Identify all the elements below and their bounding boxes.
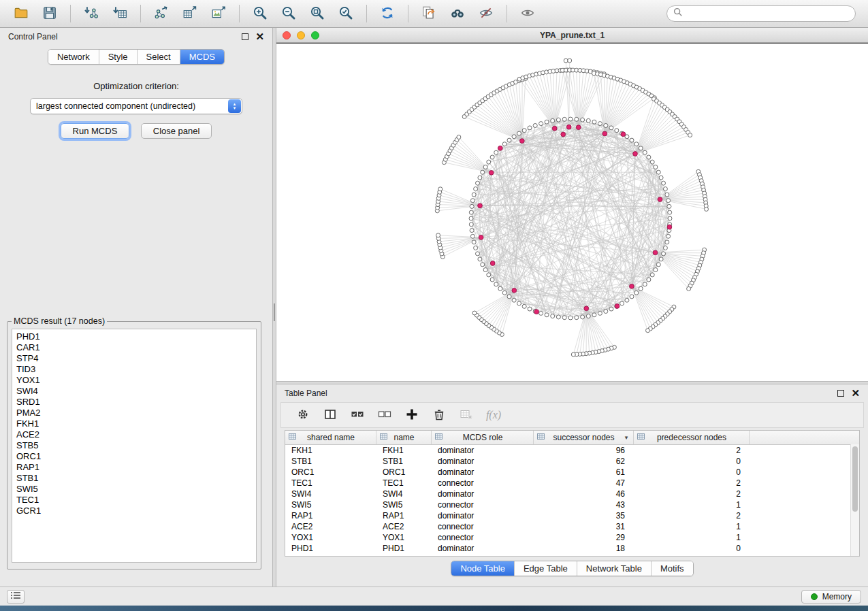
cell-shared-name[interactable]: FKH1 — [285, 446, 376, 455]
float-table-panel-button[interactable] — [837, 390, 844, 397]
import-network-button[interactable] — [80, 3, 102, 24]
table-row[interactable]: RAP1 RAP1 dominator 35 2 — [285, 510, 859, 521]
table-row[interactable]: TEC1 TEC1 connector 47 2 — [285, 478, 859, 489]
table-row[interactable]: FKH1 FKH1 dominator 96 2 — [285, 445, 859, 456]
float-control-panel-button[interactable] — [242, 33, 248, 40]
refresh-view-button[interactable] — [376, 3, 398, 24]
network-graph[interactable] — [276, 44, 868, 381]
window-minimize-button[interactable] — [297, 31, 305, 39]
mcds-result-item[interactable]: STB5 — [12, 440, 256, 451]
mcds-result-item[interactable]: TEC1 — [12, 495, 256, 506]
mcds-result-item[interactable]: STB1 — [12, 473, 256, 484]
select-all-button[interactable] — [349, 407, 366, 423]
mcds-result-item[interactable]: YOX1 — [12, 375, 256, 386]
hide-graphics-button[interactable] — [475, 3, 497, 24]
cell-successor-nodes[interactable]: 47 — [534, 478, 634, 488]
show-graphics-button[interactable] — [517, 3, 539, 24]
cell-name[interactable]: FKH1 — [376, 446, 432, 455]
control-panel-tab[interactable]: MCDS — [180, 50, 224, 64]
table-column-header[interactable]: successor nodes ▾ — [534, 431, 634, 444]
cell-shared-name[interactable]: ACE2 — [285, 522, 376, 531]
cell-predecessor-nodes[interactable]: 1 — [634, 533, 750, 542]
table-row[interactable]: SWI5 SWI5 connector 43 1 — [285, 499, 859, 510]
cell-name[interactable]: STB1 — [376, 457, 432, 466]
close-mcds-panel-button[interactable]: Close panel — [141, 123, 212, 139]
zoom-in-button[interactable] — [249, 3, 271, 24]
table-type-tab[interactable]: Network Table — [577, 561, 652, 576]
cell-mcds-role[interactable]: dominator — [432, 467, 534, 477]
table-scrollbar[interactable] — [850, 444, 859, 556]
cell-mcds-role[interactable]: dominator — [432, 511, 534, 521]
scrollbar-thumb[interactable] — [852, 446, 858, 512]
mcds-result-item[interactable]: PHD1 — [12, 331, 256, 342]
cell-mcds-role[interactable]: connector — [432, 500, 534, 510]
cell-mcds-role[interactable]: dominator — [432, 544, 534, 553]
cell-mcds-role[interactable]: dominator — [432, 446, 534, 455]
save-session-button[interactable] — [39, 3, 61, 24]
cell-predecessor-nodes[interactable]: 2 — [634, 489, 750, 499]
zoom-out-button[interactable] — [278, 3, 300, 24]
cell-shared-name[interactable]: SWI4 — [285, 489, 376, 499]
cell-name[interactable]: YOX1 — [376, 533, 432, 542]
table-type-tab[interactable]: Motifs — [652, 561, 693, 576]
cell-successor-nodes[interactable]: 43 — [534, 500, 634, 510]
cell-mcds-role[interactable]: connector — [432, 533, 534, 542]
memory-button[interactable]: Memory — [801, 590, 861, 604]
mcds-result-item[interactable]: ORC1 — [12, 451, 256, 462]
cell-predecessor-nodes[interactable]: 1 — [634, 500, 750, 510]
import-table-button[interactable] — [109, 3, 131, 24]
cell-successor-nodes[interactable]: 31 — [534, 522, 634, 531]
control-panel-tab[interactable]: Select — [138, 50, 180, 64]
cell-name[interactable]: RAP1 — [376, 511, 432, 521]
cell-name[interactable]: SWI4 — [376, 489, 432, 499]
cell-predecessor-nodes[interactable]: 2 — [634, 446, 750, 455]
search-input[interactable] — [686, 8, 849, 19]
close-control-panel-button[interactable]: ✕ — [255, 33, 264, 41]
export-table-button[interactable] — [179, 3, 201, 24]
cell-predecessor-nodes[interactable]: 0 — [634, 544, 750, 553]
network-canvas[interactable] — [276, 43, 868, 381]
table-type-tab[interactable]: Edge Table — [515, 561, 577, 576]
export-network-button[interactable] — [150, 3, 172, 24]
cell-name[interactable]: ACE2 — [376, 522, 432, 531]
find-button[interactable] — [447, 3, 468, 24]
control-panel-tab[interactable]: Style — [99, 50, 138, 64]
table-settings-button[interactable] — [295, 407, 311, 423]
open-session-button[interactable] — [10, 3, 32, 24]
cell-successor-nodes[interactable]: 46 — [534, 489, 634, 499]
table-column-header[interactable]: predecessor nodes — [634, 431, 750, 444]
zoom-selected-button[interactable] — [335, 3, 357, 24]
table-row[interactable]: ACE2 ACE2 connector 31 1 — [285, 521, 859, 532]
cell-name[interactable]: ORC1 — [376, 467, 432, 477]
mcds-result-item[interactable]: TID3 — [12, 364, 256, 375]
cell-shared-name[interactable]: YOX1 — [285, 533, 376, 542]
cell-successor-nodes[interactable]: 35 — [534, 511, 634, 521]
export-image-button[interactable] — [208, 3, 229, 24]
window-close-button[interactable] — [283, 31, 291, 39]
cell-successor-nodes[interactable]: 62 — [534, 457, 634, 466]
table-row[interactable]: STB1 STB1 dominator 62 0 — [285, 456, 859, 467]
mcds-result-item[interactable]: GCR1 — [12, 506, 256, 516]
table-row[interactable]: YOX1 YOX1 connector 29 1 — [285, 532, 859, 543]
mcds-result-item[interactable]: STP4 — [12, 353, 256, 364]
cell-mcds-role[interactable]: connector — [432, 478, 534, 488]
cell-shared-name[interactable]: RAP1 — [285, 511, 376, 521]
cell-successor-nodes[interactable]: 29 — [534, 533, 634, 542]
cell-predecessor-nodes[interactable]: 1 — [634, 522, 750, 531]
cell-predecessor-nodes[interactable]: 2 — [634, 511, 750, 521]
cell-successor-nodes[interactable]: 18 — [534, 544, 634, 553]
table-row[interactable]: ORC1 ORC1 dominator 61 0 — [285, 467, 859, 478]
mcds-result-item[interactable]: RAP1 — [12, 462, 256, 473]
column-layout-button[interactable] — [322, 407, 338, 423]
cell-successor-nodes[interactable]: 61 — [534, 467, 634, 477]
table-column-header[interactable]: shared name — [285, 431, 376, 444]
cell-shared-name[interactable]: TEC1 — [285, 478, 376, 488]
cell-name[interactable]: SWI5 — [376, 500, 432, 510]
criterion-dropdown[interactable]: largest connected component (undirected)… — [30, 98, 242, 114]
mcds-result-item[interactable]: PMA2 — [12, 408, 256, 418]
run-mcds-button[interactable]: Run MCDS — [61, 123, 130, 139]
mcds-result-item[interactable]: SWI5 — [12, 484, 256, 495]
control-panel-tab[interactable]: Network — [48, 50, 99, 64]
cell-mcds-role[interactable]: dominator — [432, 457, 534, 466]
table-row[interactable]: PHD1 PHD1 dominator 18 0 — [285, 543, 859, 554]
